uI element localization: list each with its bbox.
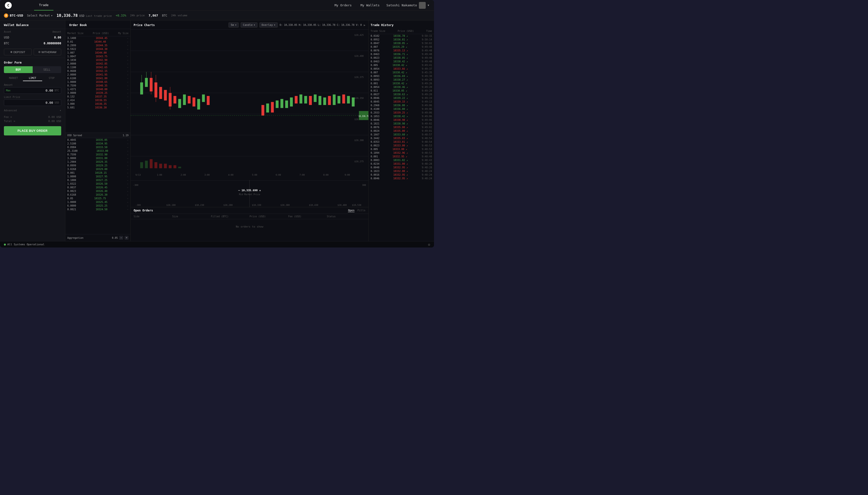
ob-sell-row[interactable]: 3.0000 10339.25 - — [65, 91, 130, 95]
aggregation-decrease-button[interactable]: − — [119, 236, 123, 240]
nav-tab-trade[interactable]: Trade — [34, 0, 53, 11]
trade-history-row: 0.0023 10333.00 ↗ 9:48:53 — [369, 144, 434, 148]
ob-buy-row[interactable]: 1.2904 10329.35 - — [65, 160, 130, 164]
th-time: 9:49:20 — [422, 89, 432, 92]
order-type-market[interactable]: MARKET — [4, 75, 23, 81]
th-size: 0.0048 — [371, 166, 379, 169]
ob-buy-row[interactable]: 0.0023 10326.40 - — [65, 189, 130, 193]
th-time: 9:50:02 — [422, 42, 432, 45]
ob-buy-row[interactable]: 1.0322 10326.50 - — [65, 182, 130, 186]
th-size: 0.0045 — [371, 100, 379, 103]
svg-rect-62 — [338, 96, 340, 104]
market-select-chevron: ▾ — [51, 14, 53, 17]
buy-tab[interactable]: BUY — [4, 66, 33, 73]
th-price: 10332.96 ↗ — [393, 152, 408, 154]
order-type-limit[interactable]: LIMIT — [23, 75, 42, 81]
fills-tab[interactable]: Fills — [357, 209, 365, 212]
order-book-title: Order Book — [65, 20, 130, 29]
ob-sell-row[interactable]: 3.1400 10344.45 - — [65, 36, 130, 40]
ob-sell-row[interactable]: 1.4371 10340.00 - — [65, 87, 130, 91]
settings-icon[interactable]: ⚙ — [428, 243, 430, 246]
amount-value: 0.00 — [13, 89, 53, 92]
ob-sell-row[interactable]: 0.01 10344.40 - — [65, 40, 130, 44]
open-tab[interactable]: Open — [348, 209, 355, 212]
trade-history-row: 0.005 10333.00 ↗ 9:48:53 — [369, 148, 434, 151]
sell-tab[interactable]: SELL — [33, 66, 62, 73]
svg-text:7:00: 7:00 — [299, 174, 305, 176]
th-price: 10338.27 ↗ — [393, 79, 408, 81]
timeframe-chevron-icon: ▾ — [235, 23, 237, 27]
th-size: 0.0083 — [371, 159, 379, 161]
ticker-pair: BTC-USD — [10, 14, 23, 17]
limit-price-input-row[interactable]: 0.00 USD — [4, 99, 61, 106]
ob-sell-row[interactable]: 0.132 10337.35 - — [65, 95, 130, 98]
ob-sell-row[interactable]: 0.1100 10342.65 - — [65, 66, 130, 69]
th-size: 0.0234 — [371, 163, 379, 165]
chart-type-dropdown[interactable]: Candle ▾ — [241, 22, 257, 28]
th-time: 9:49:06 — [422, 119, 432, 121]
ob-sell-row[interactable]: 5.601 10336.30 - — [65, 106, 130, 109]
th-time: 9:49:06 — [422, 108, 432, 110]
aggregation-increase-button[interactable]: + — [125, 236, 129, 240]
ob-buy-row[interactable]: 0.0037 10326.45 - — [65, 186, 130, 189]
trade-history-row: 0.1023 10332.00 ↗ 9:48:24 — [369, 169, 434, 173]
ob-buy-row[interactable]: 1.0000 10325.45 - — [65, 200, 130, 204]
ob-sell-rows: 3.1400 10344.45 - 0.01 10344.40 - 0.2999… — [65, 36, 130, 133]
ob-buy-row[interactable]: 0.4045 10335.05 - — [65, 138, 130, 142]
trade-history-row: 0.0353 10333.01 ↗ 9:48:54 — [369, 140, 434, 144]
total-value: 0.00 USD — [48, 120, 61, 123]
ob-sell-row[interactable]: 0.6100 10341.80 - — [65, 76, 130, 80]
ob-buy-row[interactable]: 3.0268 10329.00 - — [65, 167, 130, 171]
ob-buy-row[interactable]: 0.0984 10333.50 - — [65, 146, 130, 149]
ob-buy-row[interactable]: 1.0000 10327.95 - — [65, 175, 130, 178]
ob-sell-row[interactable]: 0.1030 10342.90 - — [65, 58, 130, 62]
svg-text:$10,230: $10,230 — [195, 204, 204, 206]
ob-sell-row[interactable]: 2.0000 10342.85 - — [65, 62, 130, 66]
ob-buy-row[interactable]: 0.0021 10324.50 - — [65, 207, 130, 211]
aggregation-controls: 0.05 − + — [112, 236, 129, 240]
ob-sell-row[interactable]: 0.2999 10344.35 - — [65, 44, 130, 47]
ob-buy-row[interactable]: 25.3100 10333.00 - — [65, 149, 130, 153]
place-order-button[interactable]: PLACE BUY ORDER — [4, 126, 61, 135]
ob-sell-row[interactable]: 0.7599 10340.35 - — [65, 84, 130, 87]
svg-text:$10,280: $10,280 — [223, 204, 233, 206]
th-price: 10332.95 ↗ — [393, 177, 408, 180]
ob-sell-row[interactable]: 0.5922 10344.30 - — [65, 47, 130, 51]
timeframe-dropdown[interactable]: 5m ▾ — [228, 22, 239, 28]
market-select[interactable]: Select Market ▾ — [27, 14, 53, 17]
my-wallets-button[interactable]: My Wallets — [358, 2, 381, 8]
ob-sell-row[interactable]: 3.000 10336.35 - — [65, 102, 130, 106]
ob-buy-row[interactable]: 3.0000 10331.00 - — [65, 156, 130, 160]
ob-buy-row[interactable]: 0.6168 10326.30 - — [65, 193, 130, 197]
status-left: All Systems Operational — [4, 243, 44, 246]
ob-sell-row[interactable]: 2.0000 10341.95 - — [65, 73, 130, 76]
user-area[interactable]: Satoshi Nakamoto ▼ — [387, 2, 429, 9]
ob-buy-row[interactable]: 0.0999 10329.25 - — [65, 164, 130, 167]
order-type-stop[interactable]: STOP — [42, 75, 61, 81]
ob-sell-row[interactable]: 1.0000 10340.65 - — [65, 80, 130, 84]
my-orders-button[interactable]: My Orders — [332, 2, 354, 8]
ob-buy-row[interactable]: 0.001 10328.15 - — [65, 171, 130, 175]
ob-buy-row[interactable]: 0.7599 10332.90 - — [65, 153, 130, 156]
chart-expand-icon[interactable]: ▶ — [364, 23, 365, 27]
deposit-button[interactable]: ⊕ DEPOSIT — [4, 49, 32, 55]
trade-history-rows: 0.0102 10336.78 ↗ 9:50:15 0.0952 10336.8… — [369, 34, 434, 241]
th-time: 9:48:28 — [422, 163, 432, 165]
overlay-dropdown[interactable]: Overlay ▾ — [259, 22, 278, 28]
ob-sell-row[interactable]: 2.414 10336.55 - — [65, 98, 130, 102]
ob-buy-row[interactable]: 0.1000 10327.25 - — [65, 178, 130, 182]
advanced-row[interactable]: Advanced ▾ — [0, 108, 65, 113]
ob-buy-row[interactable]: 0.05 10325.75 - — [65, 197, 130, 200]
max-link[interactable]: Max — [6, 89, 11, 92]
logo-icon[interactable]: C — [5, 2, 12, 9]
ob-sell-row[interactable]: 1.0047 10343.75 - — [65, 55, 130, 58]
order-type-tabs: MARKET LIMIT STOP — [4, 75, 61, 81]
svg-text:$10,375: $10,375 — [355, 76, 364, 79]
amount-input-row[interactable]: Max 0.00 BTC — [4, 87, 61, 94]
spread-label: USD Spread — [67, 134, 82, 137]
ob-buy-row[interactable]: 6.0000 10325.25 - — [65, 204, 130, 207]
withdraw-button[interactable]: ⊖ WITHDRAW — [34, 49, 62, 55]
ob-buy-row[interactable]: 2.5100 10334.95 - — [65, 142, 130, 146]
ob-sell-row[interactable]: 1.007 10344.00 - — [65, 51, 130, 55]
ob-sell-row[interactable]: 0.0688 10342.15 - — [65, 69, 130, 73]
